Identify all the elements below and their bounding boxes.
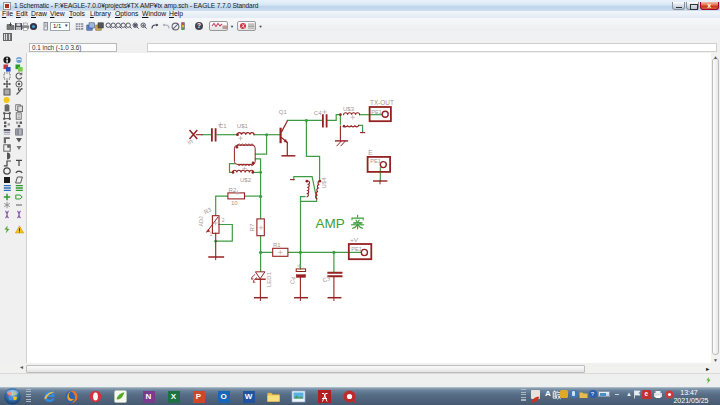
svg-text:E: E bbox=[368, 149, 372, 156]
svg-text:C4: C4 bbox=[314, 110, 322, 116]
svg-text:1: 1 bbox=[210, 231, 213, 237]
svg-text:10: 10 bbox=[231, 200, 238, 206]
svg-text:U$2: U$2 bbox=[240, 177, 252, 183]
svg-text:R2: R2 bbox=[229, 187, 237, 193]
svg-text:LED1: LED1 bbox=[266, 271, 272, 287]
svg-text:2: 2 bbox=[222, 217, 225, 223]
svg-text:PE1: PE1 bbox=[351, 246, 362, 252]
svg-text:Q1: Q1 bbox=[279, 109, 288, 115]
svg-text:U$1: U$1 bbox=[237, 123, 249, 129]
svg-text:R7: R7 bbox=[249, 223, 255, 231]
svg-text:R3: R3 bbox=[203, 206, 213, 215]
svg-text:AMP: AMP bbox=[316, 216, 345, 231]
svg-text:PE1: PE1 bbox=[370, 158, 381, 164]
svg-text:ADJ: ADJ bbox=[198, 216, 204, 226]
svg-text:in: in bbox=[186, 137, 194, 146]
svg-text:U$4: U$4 bbox=[321, 177, 327, 189]
svg-text:C4: C4 bbox=[289, 275, 297, 285]
svg-text:+V: +V bbox=[350, 236, 359, 243]
svg-text:U$3: U$3 bbox=[343, 106, 355, 112]
svg-text:TX-OUT: TX-OUT bbox=[370, 99, 394, 106]
svg-text:R1: R1 bbox=[273, 242, 281, 248]
svg-text:PE1: PE1 bbox=[371, 109, 382, 115]
svg-text:C1: C1 bbox=[219, 123, 227, 129]
